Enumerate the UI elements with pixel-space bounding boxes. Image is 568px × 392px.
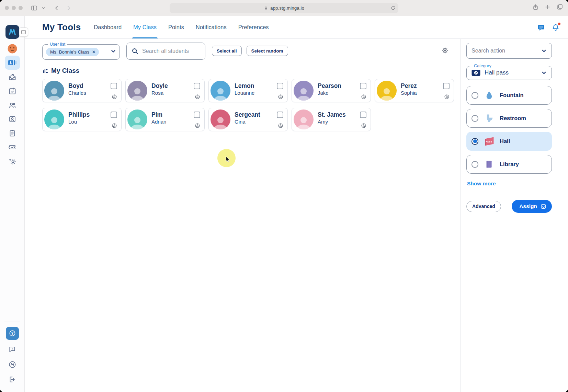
- sidebar-item-minga-badge[interactable]: [5, 357, 20, 371]
- share-icon[interactable]: [532, 4, 539, 10]
- student-checkbox[interactable]: [111, 83, 117, 89]
- minimize-window-button[interactable]: [12, 6, 16, 10]
- close-window-button[interactable]: [5, 6, 9, 10]
- back-button-icon[interactable]: [52, 3, 62, 12]
- report-problem-icon: [8, 345, 16, 353]
- account-icon: [361, 123, 366, 128]
- advanced-button[interactable]: Advanced: [466, 201, 501, 212]
- pass-option-library[interactable]: Library: [466, 155, 552, 174]
- student-checkbox[interactable]: [194, 83, 200, 89]
- sidebar-item-clipboard[interactable]: [5, 126, 20, 140]
- chevron-down-icon[interactable]: [111, 48, 116, 55]
- app-header: My Tools DashboardMy ClassPointsNotifica…: [25, 16, 568, 39]
- student-card[interactable]: St. James Amy: [292, 108, 371, 131]
- nav-tabs: DashboardMy ClassPointsNotificationsPref…: [94, 16, 269, 38]
- student-first-name: Adrian: [151, 119, 166, 125]
- student-checkbox[interactable]: [360, 112, 366, 118]
- pass-option-restroom[interactable]: Restroom: [466, 109, 552, 128]
- student-checkbox[interactable]: [443, 83, 450, 89]
- tab-preferences[interactable]: Preferences: [238, 16, 269, 38]
- settings-gear-icon[interactable]: [441, 47, 449, 55]
- sidebar-item-automation-gear[interactable]: [5, 154, 20, 168]
- user-list-chip[interactable]: Ms. Bonnie's Class ✕: [46, 48, 99, 56]
- lock-icon: [264, 6, 268, 10]
- panel-divider: [466, 194, 552, 194]
- select-all-button[interactable]: Select all: [212, 46, 242, 56]
- reload-icon[interactable]: [390, 5, 396, 12]
- forward-button-icon[interactable]: [63, 3, 73, 12]
- tab-my-class[interactable]: My Class: [133, 16, 157, 38]
- user-list-dropdown[interactable]: User list Ms. Bonnie's Class ✕: [42, 42, 120, 60]
- sidebar-nav: [5, 42, 20, 168]
- assign-button[interactable]: Assign: [512, 200, 552, 213]
- sidebar-toggle-icon[interactable]: [29, 3, 39, 12]
- new-tab-icon[interactable]: [544, 4, 551, 10]
- zoom-window-button[interactable]: [19, 6, 23, 10]
- account-icon: [195, 123, 200, 128]
- radio-button[interactable]: [472, 115, 478, 122]
- remove-chip-icon[interactable]: ✕: [92, 49, 95, 55]
- sidebar-item-report-problem[interactable]: [5, 342, 20, 356]
- student-checkbox[interactable]: [360, 83, 366, 89]
- select-random-button[interactable]: Select random: [247, 46, 288, 56]
- pass-option-fountain[interactable]: Fountain: [466, 86, 552, 105]
- sidebar-item-contact-card[interactable]: [5, 112, 20, 126]
- tab-overview-icon[interactable]: [556, 3, 563, 10]
- collapse-sidebar-button[interactable]: [19, 27, 28, 37]
- show-more-link[interactable]: Show more: [467, 181, 496, 187]
- sidebar-item-logout[interactable]: [5, 372, 20, 387]
- search-action-dropdown[interactable]: Search action: [466, 43, 552, 59]
- student-card[interactable]: Boyd Charles: [42, 79, 122, 102]
- action-panel: Search action Category Hall pass: [461, 39, 568, 392]
- student-card[interactable]: Pim Adrian: [125, 108, 205, 131]
- student-checkbox[interactable]: [277, 83, 283, 89]
- student-last-name: St. James: [318, 111, 346, 118]
- sidebar-item-people[interactable]: [5, 98, 20, 112]
- student-checkbox[interactable]: [277, 112, 283, 118]
- user-list-label: User list: [48, 42, 67, 47]
- sidebar-item-school[interactable]: [5, 70, 20, 84]
- account-icon: [278, 94, 283, 100]
- sidebar-item-id-card[interactable]: [5, 56, 20, 70]
- student-card[interactable]: Phillips Lou: [42, 108, 122, 131]
- tab-points[interactable]: Points: [168, 16, 184, 38]
- account-icon: [112, 94, 117, 100]
- student-card[interactable]: Perez Sophia: [375, 79, 454, 102]
- student-search-box: [126, 43, 205, 60]
- category-dropdown[interactable]: Category Hall pass: [466, 64, 552, 80]
- sidebar-item-calendar-check[interactable]: [5, 84, 20, 98]
- traffic-lights: [5, 6, 23, 10]
- tab-notifications[interactable]: Notifications: [196, 16, 227, 38]
- student-checkbox[interactable]: [194, 112, 200, 118]
- avatar: [127, 81, 147, 101]
- chevron-down-icon: [541, 48, 547, 54]
- tab-dashboard[interactable]: Dashboard: [94, 16, 122, 38]
- search-input[interactable]: [142, 48, 201, 54]
- student-checkbox[interactable]: [111, 112, 117, 118]
- radio-button[interactable]: [472, 92, 478, 99]
- avatar: [127, 109, 147, 129]
- chevron-down-icon[interactable]: [41, 3, 46, 12]
- account-icon: [195, 94, 200, 100]
- automation-gear-icon: [8, 157, 16, 165]
- chat-icon[interactable]: [537, 23, 545, 32]
- app-sidebar: ?: [0, 16, 25, 392]
- student-card[interactable]: Pearson Jake: [292, 79, 371, 102]
- student-card[interactable]: Sergeant Gina: [208, 108, 288, 131]
- category-value: Hall pass: [485, 69, 509, 76]
- id-card-icon: [8, 58, 17, 67]
- bell-icon[interactable]: [552, 23, 560, 32]
- sidebar-item-smiley-avatar[interactable]: [5, 42, 20, 56]
- sidebar-item-ticket-check[interactable]: [5, 140, 20, 154]
- minga-logo[interactable]: [5, 25, 19, 39]
- account-icon: [278, 123, 283, 128]
- sidebar-bottom-nav: ?: [4, 322, 20, 387]
- pass-option-hall[interactable]: PASSHall: [466, 132, 552, 151]
- clipboard-icon: [8, 129, 16, 137]
- student-card[interactable]: Doyle Rosa: [125, 79, 205, 102]
- address-bar[interactable]: app.stg.minga.io: [170, 3, 398, 13]
- radio-button[interactable]: [472, 138, 478, 145]
- student-card[interactable]: Lemon Louanne: [208, 79, 288, 102]
- radio-button[interactable]: [472, 161, 478, 168]
- sidebar-item-help[interactable]: ?: [6, 327, 19, 340]
